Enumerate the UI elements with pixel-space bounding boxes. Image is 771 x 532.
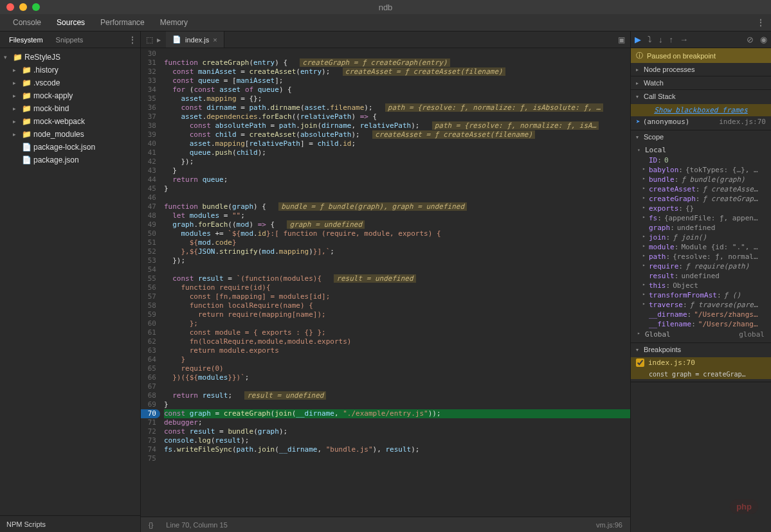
left-subtabs: Filesystem Snippets ⋮ [0, 31, 140, 48]
file-icon: 📄 [172, 35, 181, 44]
watermark: php [730, 499, 758, 514]
tree-node[interactable]: ▸📁.vscode [0, 76, 140, 89]
titlebar: ndb [0, 0, 771, 14]
tab-sources[interactable]: Sources [49, 15, 93, 30]
file-tab-indexjs[interactable]: 📄 index.js × [166, 31, 224, 48]
tab-console[interactable]: Console [5, 15, 49, 30]
main-tabs: Console Sources Performance Memory ⋮ [0, 14, 771, 31]
tree-node[interactable]: ▸📁mock-apply [0, 89, 140, 102]
debugger-panel: ▶ ⤵ ↓ ↑ → ⊘ ◉ ⓘ Paused on breakpoint ▸No… [630, 31, 771, 532]
tree-node[interactable]: 📄package-lock.json [0, 141, 140, 154]
scope-variable[interactable]: ▸exports: {} [631, 204, 771, 213]
status-source[interactable]: vm.js:96 [596, 521, 622, 529]
status-position: Line 70, Column 15 [166, 521, 227, 529]
scope-variable[interactable]: ▸module: Module {id: ".", … [631, 242, 771, 252]
step-into-button[interactable]: ↓ [658, 35, 663, 44]
show-blackboxed-link[interactable]: Show blackboxed frames [654, 106, 748, 114]
frame-marker-icon: ➤ [636, 118, 640, 126]
scope-variable[interactable]: ▸require: ƒ require(path) [631, 262, 771, 271]
scope-local-header[interactable]: ▾Local [631, 145, 771, 155]
scope-variable[interactable]: ▸transformFromAst: ƒ () [631, 290, 771, 300]
code-area[interactable]: function createGraph(entry) { createGrap… [160, 48, 630, 517]
tab-filesystem[interactable]: Filesystem [3, 33, 50, 46]
tree-node[interactable]: ▾📁ReStyleJS [0, 51, 140, 64]
breakpoint-checkbox[interactable] [636, 359, 644, 367]
file-tab-bar: ⬚ ▸ 📄 index.js × ▣ [141, 31, 630, 48]
breakpoint-label: index.js:70 [648, 359, 695, 367]
step-out-button[interactable]: ↑ [669, 35, 674, 44]
scope-variable[interactable]: result: undefined [631, 271, 771, 281]
tab-performance[interactable]: Performance [93, 15, 152, 30]
section-breakpoints[interactable]: ▾Breakpoints [631, 343, 771, 356]
scope-variable[interactable]: ▸babylon: {tokTypes: {…}, … [631, 165, 771, 175]
scope-variable[interactable]: ▸path: {resolve: ƒ, normal… [631, 252, 771, 262]
tree-node[interactable]: 📄package.json [0, 154, 140, 166]
scope-local-items: ID: 0▸babylon: {tokTypes: {…}, …▸bundle:… [631, 155, 771, 329]
scope-variable[interactable]: ▸createGraph: ƒ createGrap… [631, 194, 771, 204]
window-title: ndb [379, 3, 393, 12]
maximize-editor-icon[interactable]: ▣ [613, 35, 630, 44]
scope-variable[interactable]: ▸join: ƒ join() [631, 233, 771, 242]
scope-variable[interactable]: graph: undefined [631, 223, 771, 233]
scope-variable[interactable]: __dirname: "/Users/zhangs… [631, 310, 771, 319]
scope-variable[interactable]: ▸this: Object [631, 281, 771, 290]
tree-node[interactable]: ▸📁node_modules [0, 128, 140, 141]
tree-node[interactable]: ▸📁mock-webpack [0, 115, 140, 128]
debugger-toolbar: ▶ ⤵ ↓ ↑ → ⊘ ◉ [631, 31, 771, 48]
frame-location: index.js:70 [719, 118, 766, 126]
file-tree: ▾📁ReStyleJS▸📁.history▸📁.vscode▸📁mock-app… [0, 48, 140, 515]
tree-node[interactable]: ▸📁.history [0, 64, 140, 76]
status-braces[interactable]: {} [149, 521, 153, 529]
tab-snippets[interactable]: Snippets [50, 33, 90, 46]
minimize-window-button[interactable] [19, 3, 27, 11]
close-tab-icon[interactable]: × [213, 36, 217, 44]
pause-exceptions-button[interactable]: ◉ [760, 35, 767, 44]
scope-variable[interactable]: ▸bundle: ƒ bundle(graph) [631, 175, 771, 184]
file-nav: ⬚ ▸ [141, 35, 166, 44]
deactivate-breakpoints-button[interactable]: ⊘ [747, 35, 754, 44]
left-panel: Filesystem Snippets ⋮ ▾📁ReStyleJS▸📁.hist… [0, 31, 141, 532]
section-watch[interactable]: ▸Watch [631, 76, 771, 89]
breakpoint-item[interactable]: index.js:70 const graph = createGrap… [631, 357, 771, 379]
left-more-icon[interactable]: ⋮ [129, 35, 138, 44]
stack-frame[interactable]: ➤ (anonymous) index.js:70 [631, 116, 771, 127]
status-bar: {} Line 70, Column 15 vm.js:96 [141, 517, 630, 532]
section-node-processes[interactable]: ▸Node processes [631, 63, 771, 76]
resume-button[interactable]: ▶ [635, 35, 641, 44]
line-gutter: 3031323334353637383940414243444546474849… [141, 48, 160, 517]
maximize-window-button[interactable] [32, 3, 40, 11]
frame-name: (anonymous) [643, 118, 690, 126]
more-tabs-icon[interactable]: ⋮ [757, 18, 766, 27]
tree-node[interactable]: ▸📁mock-bind [0, 102, 140, 115]
step-over-button[interactable]: ⤵ [648, 35, 652, 44]
info-icon: ⓘ [636, 51, 643, 60]
editor-panel: ⬚ ▸ 📄 index.js × ▣ 303132333435363738394… [141, 31, 630, 532]
section-call-stack[interactable]: ▾Call Stack [631, 90, 771, 103]
code-editor[interactable]: 3031323334353637383940414243444546474849… [141, 48, 630, 517]
traffic-lights [6, 3, 40, 11]
breakpoint-code: const graph = createGrap… [636, 371, 746, 378]
section-scope[interactable]: ▾Scope [631, 130, 771, 143]
npm-scripts-section[interactable]: NPM Scripts [0, 515, 140, 532]
scope-variable[interactable]: ID: 0 [631, 155, 771, 165]
blackbox-link-row: Show blackboxed frames [631, 104, 771, 116]
scope-variable[interactable]: __filename: "/Users/zhang… [631, 319, 771, 329]
scope-variable[interactable]: ▸fs: {appendFile: ƒ, appen… [631, 213, 771, 223]
close-window-button[interactable] [6, 3, 14, 11]
nav-toggle-icon[interactable]: ⬚ [146, 35, 153, 44]
nav-history-icon[interactable]: ▸ [157, 35, 161, 44]
file-tab-label: index.js [185, 36, 209, 44]
scope-global[interactable]: ▸ Global global [631, 329, 771, 340]
pause-banner-text: Paused on breakpoint [647, 52, 716, 60]
pause-banner: ⓘ Paused on breakpoint [631, 48, 771, 63]
tab-memory[interactable]: Memory [152, 15, 195, 30]
scope-variable[interactable]: ▸traverse: ƒ traverse(pare… [631, 300, 771, 310]
scope-variable[interactable]: ▸createAsset: ƒ createAsse… [631, 184, 771, 194]
step-button[interactable]: → [680, 35, 688, 44]
